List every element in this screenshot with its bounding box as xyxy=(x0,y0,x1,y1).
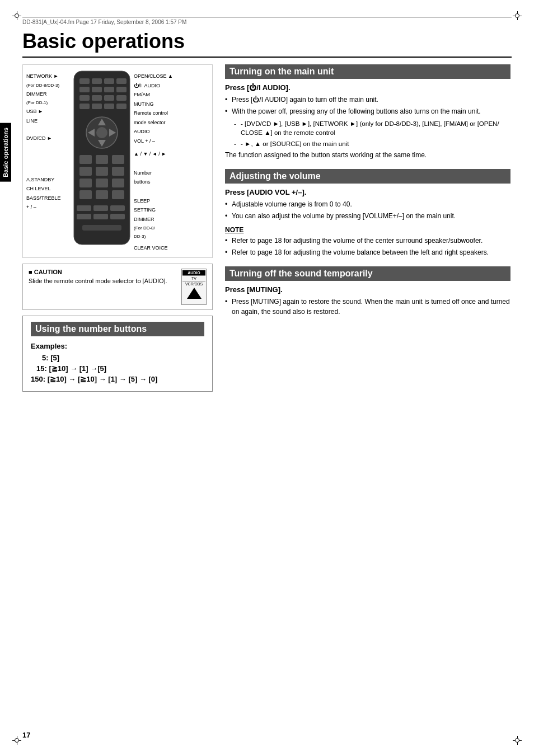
label-fmam: FM/AM xyxy=(134,91,177,99)
muting-bullets: Press [MUTING] again to restore the soun… xyxy=(225,297,510,317)
remote-right-labels: OPEN/CLOSE ▲ ⏻/I AUDIO FM/AM MUTING Rem xyxy=(133,68,177,254)
turning-on-trailing: The function assigned to the button star… xyxy=(225,151,510,160)
caution-text-area: ■ CAUTION Slide the remote control mode … xyxy=(29,269,177,284)
svg-rect-3 xyxy=(104,78,114,84)
label-audio: AUDIO xyxy=(134,128,177,136)
label-buttons: buttons xyxy=(134,179,177,186)
muting-header: Turning off the sound temporarily xyxy=(225,266,510,281)
file-info: DD-831[A_Ux]-04.fm Page 17 Friday, Septe… xyxy=(22,17,512,25)
muting-press: Press [MUTING]. xyxy=(225,285,510,294)
page-title: Basic operations xyxy=(22,30,512,58)
corner-mark-tl xyxy=(12,11,21,20)
mode-audio: AUDIO xyxy=(182,270,205,275)
svg-rect-28 xyxy=(112,167,124,176)
note-bullets: Refer to page 18 for adjusting the volum… xyxy=(225,236,510,258)
label-network-sub: (For DD-8/DD-3) xyxy=(26,82,70,89)
label-power-audio: ⏻/I AUDIO xyxy=(134,82,177,90)
svg-rect-2 xyxy=(92,78,102,84)
turning-on-bullet-2: With the power off, pressing any of the … xyxy=(225,107,510,116)
label-basstreb: BASS/TREBLE xyxy=(26,195,70,203)
label-network: NETWORK ► xyxy=(26,73,70,81)
example-1: 5: [5] xyxy=(31,354,204,362)
muting-section: Turning off the sound temporarily Press … xyxy=(224,266,512,317)
remote-diagram: NETWORK ► (For DD-8/DD-3) DIMMER (For DD… xyxy=(22,64,213,258)
page-number: 17 xyxy=(22,731,30,739)
svg-rect-10 xyxy=(92,95,102,101)
label-plusminus: + / – xyxy=(26,204,70,212)
svg-rect-4 xyxy=(116,78,127,84)
label-vol: VOL + / – xyxy=(134,138,177,145)
turning-on-press: Press [⏻/I AUDIO]. xyxy=(225,83,510,92)
svg-rect-15 xyxy=(104,104,114,109)
svg-rect-31 xyxy=(112,179,124,187)
label-line: LINE xyxy=(26,118,70,125)
svg-rect-39 xyxy=(93,214,108,219)
examples-title: Examples: xyxy=(31,342,204,350)
svg-rect-1 xyxy=(79,78,90,84)
remote-left-labels: NETWORK ► (For DD-8/DD-3) DIMMER (For DD… xyxy=(26,68,71,213)
label-usb: USB ► xyxy=(26,108,70,116)
label-chlevel: CH LEVEL xyxy=(26,185,70,193)
mode-selector-diagram: AUDIO TV VCR/DBS xyxy=(181,269,207,305)
label-dimmer2-sub: (For DD-8/ xyxy=(134,225,177,232)
turning-on-sub1-item: - [DVD/CD ►], [USB ►], [NETWORK ►] (only… xyxy=(234,119,510,137)
svg-marker-42 xyxy=(187,288,202,299)
svg-rect-26 xyxy=(79,167,92,176)
svg-rect-8 xyxy=(116,87,127,92)
svg-rect-14 xyxy=(92,104,102,109)
page: DD-831[A_Ux]-04.fm Page 17 Friday, Septe… xyxy=(0,0,534,756)
note-bullet-2: Refer to page 18 for adjusting the volum… xyxy=(225,248,510,257)
label-dvdcd: DVD/CD ► xyxy=(26,135,70,143)
number-buttons-section: Using the number buttons Examples: 5: [5… xyxy=(22,316,213,392)
label-setting: SETTING xyxy=(134,206,177,214)
turning-on-bullet-1: Press [⏻/I AUDIO] again to turn off the … xyxy=(225,95,510,105)
mode-vcr: VCR/DBS xyxy=(182,281,205,287)
caution-body: Slide the remote control mode selector t… xyxy=(29,278,177,284)
turning-on-sub1: - [DVD/CD ►], [USB ►], [NETWORK ►] (only… xyxy=(225,119,510,137)
example-2: 15: [≧10] → [1] →[5] xyxy=(31,364,204,373)
muting-bullet-1: Press [MUTING] again to restore the soun… xyxy=(225,297,510,317)
side-tab: Basic operations xyxy=(0,123,11,182)
svg-rect-34 xyxy=(112,190,124,199)
caution-title: ■ CAUTION xyxy=(29,269,177,275)
svg-rect-25 xyxy=(112,155,124,164)
label-dimmer2: DIMMER xyxy=(134,216,177,224)
adjusting-bullet-1: Adjustable volume range is from 0 to 40. xyxy=(225,200,510,209)
mode-tv: TV xyxy=(182,275,205,281)
adjusting-bullets: Adjustable volume range is from 0 to 40.… xyxy=(225,200,510,222)
label-muting: MUTING xyxy=(134,101,177,109)
label-dimmer1-sub: (For DD-1) xyxy=(26,100,70,106)
svg-rect-38 xyxy=(77,214,91,219)
svg-rect-37 xyxy=(110,205,125,211)
remote-body-svg xyxy=(71,68,133,247)
svg-rect-6 xyxy=(92,87,102,92)
left-column: NETWORK ► (For DD-8/DD-3) DIMMER (For DD… xyxy=(22,64,213,392)
adjusting-section: Adjusting the volume Press [AUDIO VOL +/… xyxy=(224,169,512,258)
number-section-title: Using the number buttons xyxy=(31,322,204,336)
label-remocon-sub: mode selector xyxy=(134,119,177,127)
corner-mark-bl xyxy=(12,736,21,745)
mode-arrow-svg xyxy=(186,288,203,300)
svg-rect-36 xyxy=(93,205,108,211)
example-3: 150: [≧10] → [≧10] → [1] → [5] → [0] xyxy=(31,375,204,383)
label-remocon: Remote control xyxy=(134,110,177,118)
main-layout: NETWORK ► (For DD-8/DD-3) DIMMER (For DD… xyxy=(22,64,512,392)
note-bullet-1: Refer to page 18 for adjusting the volum… xyxy=(225,236,510,246)
label-dimmer1: DIMMER xyxy=(26,91,70,98)
svg-rect-24 xyxy=(96,155,108,164)
svg-rect-16 xyxy=(116,104,127,109)
svg-rect-5 xyxy=(79,87,90,92)
corner-mark-br xyxy=(513,736,522,745)
svg-rect-11 xyxy=(104,95,114,101)
svg-rect-32 xyxy=(79,190,92,199)
turning-on-sub2-item: - ►, ▲ or [SOURCE] on the main unit xyxy=(234,139,510,148)
svg-rect-33 xyxy=(96,190,108,199)
adjusting-press: Press [AUDIO VOL +/–]. xyxy=(225,188,510,196)
svg-rect-9 xyxy=(79,95,90,101)
label-dimmer2-sub2: DD-3) xyxy=(134,233,177,240)
svg-rect-40 xyxy=(110,214,125,219)
label-number: Number xyxy=(134,170,177,177)
adjusting-header: Adjusting the volume xyxy=(225,169,510,184)
svg-rect-35 xyxy=(77,205,91,211)
svg-point-18 xyxy=(96,127,107,138)
